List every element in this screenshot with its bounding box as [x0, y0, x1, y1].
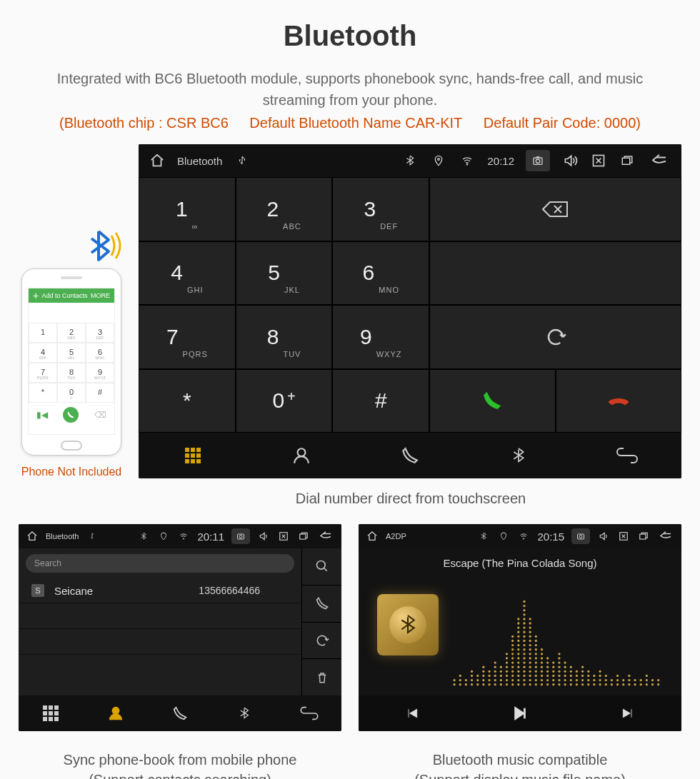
- svg-rect-18: [640, 534, 646, 539]
- camera-icon[interactable]: [571, 528, 590, 544]
- svg-point-192: [593, 679, 595, 681]
- tab-contacts[interactable]: [247, 433, 356, 478]
- tab-calllog[interactable]: [148, 695, 212, 731]
- svg-point-70: [511, 644, 514, 646]
- svg-point-106: [523, 609, 525, 611]
- phone-number-display: [29, 303, 114, 323]
- tab-dialpad[interactable]: [139, 433, 247, 478]
- recent-apps-icon[interactable]: [637, 531, 650, 541]
- svg-point-110: [529, 679, 531, 681]
- tab-pair[interactable]: [277, 695, 341, 731]
- home-icon[interactable]: [149, 153, 166, 169]
- phone-bar-label: Add to Contacts: [42, 292, 88, 299]
- svg-point-55: [506, 675, 508, 677]
- key-8[interactable]: 8TUV: [236, 305, 333, 369]
- home-icon[interactable]: [26, 531, 39, 542]
- tab-dialpad[interactable]: [19, 695, 83, 731]
- contact-row-empty: [19, 603, 301, 629]
- search-input[interactable]: Search: [26, 554, 294, 573]
- svg-point-100: [523, 635, 525, 638]
- key-9[interactable]: 9WXYZ: [332, 305, 429, 369]
- status-time: 20:11: [197, 531, 224, 543]
- svg-point-52: [500, 666, 502, 668]
- svg-point-155: [552, 675, 554, 677]
- camera-icon[interactable]: [526, 150, 550, 171]
- home-icon[interactable]: [366, 531, 379, 542]
- svg-point-42: [494, 683, 496, 685]
- svg-point-143: [541, 657, 543, 659]
- recent-apps-icon[interactable]: [297, 531, 310, 541]
- svg-point-165: [558, 657, 560, 659]
- svg-point-56: [506, 670, 508, 673]
- svg-point-65: [511, 666, 514, 668]
- svg-point-135: [535, 640, 537, 642]
- volume-icon[interactable]: [561, 154, 579, 168]
- back-icon[interactable]: [317, 531, 334, 541]
- phonebook-caption: Sync phone-book from mobile phone(Suppor…: [19, 750, 341, 779]
- tab-calllog[interactable]: [356, 433, 464, 478]
- contact-row[interactable]: S Seicane 13566664466: [19, 578, 301, 603]
- volume-icon[interactable]: [257, 531, 270, 541]
- volume-icon[interactable]: [597, 531, 610, 541]
- svg-point-1: [466, 164, 468, 165]
- key-0[interactable]: 0+: [236, 369, 333, 433]
- svg-point-154: [552, 679, 554, 681]
- side-call-button[interactable]: [302, 585, 341, 623]
- key-call[interactable]: [429, 369, 555, 433]
- side-search-button[interactable]: [302, 548, 341, 585]
- svg-point-186: [581, 666, 584, 668]
- play-pause-button[interactable]: [466, 695, 574, 731]
- svg-point-95: [523, 657, 525, 659]
- spec-chip: (Bluetooth chip : CSR BC6: [59, 115, 229, 131]
- tab-pair[interactable]: [573, 433, 681, 478]
- key-star[interactable]: *: [139, 369, 236, 433]
- back-icon[interactable]: [647, 154, 671, 167]
- spec-name: Default Bluetooth Name CAR-KIT: [249, 115, 462, 131]
- svg-point-82: [517, 644, 519, 646]
- svg-point-66: [511, 661, 514, 663]
- svg-point-41: [488, 670, 490, 673]
- svg-point-104: [523, 618, 525, 620]
- phone-mock: + Add to Contacts MORE 12ABC3DEF4GHI5JKL…: [21, 268, 121, 456]
- key-3[interactable]: 3DEF: [332, 177, 429, 241]
- location-icon: [157, 531, 170, 541]
- prev-button[interactable]: [359, 695, 466, 731]
- svg-point-207: [622, 679, 624, 681]
- key-1[interactable]: 1∞: [139, 177, 236, 241]
- side-sync-button[interactable]: [302, 623, 341, 660]
- svg-point-107: [523, 605, 525, 607]
- side-delete-button[interactable]: [302, 659, 341, 695]
- svg-point-196: [599, 675, 601, 677]
- usb-icon: [234, 154, 251, 167]
- camera-icon[interactable]: [231, 528, 250, 544]
- key-2[interactable]: 2ABC: [236, 177, 333, 241]
- back-icon[interactable]: [657, 531, 674, 541]
- close-app-icon[interactable]: [277, 531, 290, 541]
- key-4[interactable]: 4GHI: [139, 241, 236, 306]
- recent-apps-icon[interactable]: [619, 154, 636, 167]
- key-hash[interactable]: #: [332, 369, 429, 433]
- key-5[interactable]: 5JKL: [236, 241, 333, 306]
- tab-bluetooth[interactable]: [464, 433, 573, 478]
- tab-contacts[interactable]: [83, 695, 147, 731]
- svg-point-23: [459, 675, 461, 677]
- tab-bluetooth[interactable]: [212, 695, 276, 731]
- key-hangup[interactable]: [556, 369, 681, 433]
- close-app-icon[interactable]: [590, 154, 607, 168]
- svg-point-194: [599, 683, 601, 685]
- headunit-music: A2DP 20:15 Escape (The Pina Colada Song): [359, 524, 681, 731]
- svg-point-81: [517, 648, 519, 650]
- close-app-icon[interactable]: [617, 531, 630, 541]
- svg-point-46: [494, 666, 496, 668]
- svg-point-40: [488, 675, 490, 677]
- key-redial[interactable]: [429, 305, 681, 369]
- svg-point-182: [581, 683, 584, 685]
- contact-row-empty: [19, 629, 301, 655]
- svg-point-49: [500, 679, 502, 681]
- key-6[interactable]: 6MNO: [332, 241, 429, 306]
- key-7[interactable]: 7PQRS: [139, 305, 236, 369]
- next-button[interactable]: [574, 695, 681, 731]
- location-icon: [497, 531, 510, 541]
- svg-point-19: [453, 683, 455, 685]
- key-backspace[interactable]: [429, 177, 681, 241]
